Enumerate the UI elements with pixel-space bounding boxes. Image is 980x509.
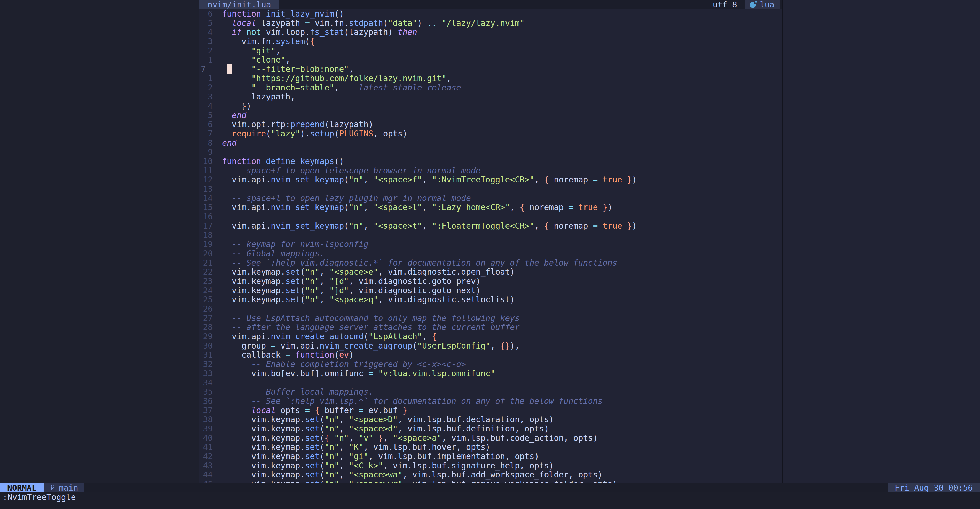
code-line[interactable]: 27 -- Use LspAttach autocommand to only … bbox=[199, 314, 782, 323]
code-line[interactable]: 29 vim.api.nvim_create_autocmd("LspAttac… bbox=[199, 332, 782, 341]
code-line[interactable]: 2 "--branch=stable", -- latest stable re… bbox=[199, 83, 782, 93]
syntax-fn: set bbox=[305, 461, 320, 470]
code-line[interactable]: 11 -- space+f to open telescope browser … bbox=[199, 166, 782, 176]
syntax-fn: define_keymaps bbox=[266, 156, 334, 166]
code-line[interactable]: 30 group = vim.api.nvim_create_augroup("… bbox=[199, 341, 782, 351]
syntax-fg: , vim.lsp.buf.code_action, opts) bbox=[442, 433, 598, 443]
code-area: 6function init_lazy_nvim()5 local lazypa… bbox=[199, 9, 782, 483]
code-line[interactable]: 10function define_keymaps() bbox=[199, 157, 782, 166]
syntax-fg: , bbox=[339, 442, 349, 452]
code-text: -- space+l to open lazy plugin mgr in no… bbox=[222, 194, 471, 203]
code-line[interactable]: 33 vim.bo[ev.buf].omnifunc = "v:lua.vim.… bbox=[199, 369, 782, 378]
code-line[interactable]: 37 local opts = { buffer = ev.buf } bbox=[199, 406, 782, 415]
code-text: -- Global mappings. bbox=[222, 249, 325, 258]
syntax-brc: { bbox=[325, 433, 334, 443]
code-line[interactable]: 28 -- after the language server attaches… bbox=[199, 323, 782, 332]
code-text: vim.api.nvim_create_autocmd("LspAttach",… bbox=[222, 332, 437, 341]
code-line[interactable]: 24 vim.keymap.set("n", "]d", vim.diagnos… bbox=[199, 286, 782, 295]
code-line[interactable]: 25 vim.keymap.set("n", "<space>q", vim.d… bbox=[199, 295, 782, 304]
syntax-fg bbox=[222, 193, 232, 203]
code-line[interactable]: 4 if not vim.loop.fs_stat(lazypath) then bbox=[199, 28, 782, 37]
code-line[interactable]: 15 vim.api.nvim_set_keymap("n", "<space>… bbox=[199, 203, 782, 212]
syntax-fg: , bbox=[446, 73, 451, 83]
code-line[interactable]: 12 vim.api.nvim_set_keymap("n", "<space>… bbox=[199, 175, 782, 185]
code-line[interactable]: 17 vim.api.nvim_set_keymap("n", "<space>… bbox=[199, 222, 782, 231]
code-text: vim.keymap.set({ "n", "v" }, "<space>a",… bbox=[222, 434, 598, 443]
syntax-fn: system bbox=[276, 37, 305, 46]
code-line[interactable]: 35 -- Buffer local mappings. bbox=[199, 387, 782, 397]
syntax-str: "[d" bbox=[329, 276, 349, 286]
code-line[interactable]: 40 vim.keymap.set({ "n", "v" }, "<space>… bbox=[199, 434, 782, 443]
syntax-fg bbox=[222, 286, 232, 295]
syntax-str: ":Lazy home<CR>" bbox=[432, 203, 510, 212]
code-line[interactable]: 6 vim.opt.rtp:prepend(lazypath) bbox=[199, 120, 782, 129]
syntax-com: -- keymap for nvim-lspconfig bbox=[232, 239, 368, 249]
code-line[interactable]: 26 bbox=[199, 304, 782, 314]
code-line[interactable]: 42 vim.keymap.set("n", "gi", vim.lsp.buf… bbox=[199, 452, 782, 461]
syntax-com: -- latest stable release bbox=[344, 83, 461, 92]
code-line[interactable]: 23 vim.keymap.set("n", "[d", vim.diagnos… bbox=[199, 277, 782, 286]
code-line[interactable]: 32 -- Enable completion triggered by <c-… bbox=[199, 360, 782, 369]
code-line[interactable]: 3 vim.fn.system({ bbox=[199, 37, 782, 46]
code-line[interactable]: 16 bbox=[199, 212, 782, 222]
code-line[interactable]: 43 vim.keymap.set("n", "<C-k>", vim.lsp.… bbox=[199, 461, 782, 471]
code-line[interactable]: 7 "--filter=blob:none", bbox=[199, 65, 782, 74]
line-number: 29 bbox=[199, 332, 213, 341]
code-line[interactable]: 41 vim.keymap.set("n", "K", vim.lsp.buf.… bbox=[199, 443, 782, 452]
code-line[interactable]: 22 vim.keymap.set("n", "<space>e", vim.d… bbox=[199, 267, 782, 277]
code-line[interactable]: 31 callback = function(ev) bbox=[199, 350, 782, 360]
syntax-fg: vim.keymap. bbox=[251, 470, 305, 479]
code-line[interactable]: 21 -- See `:help vim.diagnostic.*` for d… bbox=[199, 258, 782, 268]
code-text: -- Use LspAttach autocommand to only map… bbox=[222, 314, 520, 323]
line-number: 28 bbox=[199, 323, 213, 332]
code-line[interactable]: 19 -- keymap for nvim-lspconfig bbox=[199, 240, 782, 249]
code-text: -- after the language server attaches to… bbox=[222, 323, 520, 332]
syntax-fg: ( bbox=[300, 267, 305, 276]
syntax-brc: {} bbox=[500, 341, 510, 350]
code-line[interactable]: 5 local lazypath = vim.fn.stdpath("data"… bbox=[199, 19, 782, 28]
code-line[interactable]: 6function init_lazy_nvim() bbox=[199, 9, 782, 19]
syntax-par: ev bbox=[339, 350, 349, 359]
code-text: function define_keymaps() bbox=[222, 157, 344, 166]
code-line[interactable]: 1 "https://github.com/folke/lazy.nvim.gi… bbox=[199, 74, 782, 83]
code-line[interactable]: 3 lazypath, bbox=[199, 92, 782, 102]
code-line[interactable]: 13 bbox=[199, 185, 782, 194]
code-line[interactable]: 45 vim.keymap.set("n", "<space>wr", vim.… bbox=[199, 480, 782, 483]
line-number: 38 bbox=[199, 415, 213, 424]
syntax-fg: lazypath bbox=[261, 18, 305, 28]
syntax-fg bbox=[222, 175, 232, 184]
syntax-fg: , bbox=[349, 433, 359, 443]
syntax-fn: set bbox=[305, 470, 320, 479]
command-line[interactable]: :NvimTreeToggle bbox=[0, 493, 980, 502]
syntax-fg: vim.keymap. bbox=[251, 461, 305, 470]
code-line[interactable]: 18 bbox=[199, 231, 782, 240]
line-number: 10 bbox=[199, 157, 213, 166]
code-line[interactable]: 14 -- space+l to open lazy plugin mgr in… bbox=[199, 194, 782, 203]
line-number: 13 bbox=[199, 185, 213, 194]
terminal-background-right bbox=[783, 0, 980, 483]
syntax-fg: vim.keymap. bbox=[232, 295, 286, 304]
code-line[interactable]: 4 }) bbox=[199, 102, 782, 111]
filename-tab[interactable]: nvim/init.lua bbox=[199, 0, 279, 9]
syntax-fg: vim.keymap. bbox=[251, 415, 305, 424]
syntax-str: "n" bbox=[325, 452, 339, 461]
code-line[interactable]: 7 require("lazy").setup(PLUGINS, opts) bbox=[199, 129, 782, 139]
line-number: 19 bbox=[199, 240, 213, 249]
code-line[interactable]: 1 "clone", bbox=[199, 55, 782, 65]
code-line[interactable]: 44 vim.keymap.set("n", "<space>wa", vim.… bbox=[199, 470, 782, 480]
code-line[interactable]: 36 -- See `:help vim.lsp.*` for document… bbox=[199, 397, 782, 406]
syntax-fg bbox=[222, 221, 232, 230]
syntax-fg: ( bbox=[412, 341, 417, 350]
code-line[interactable]: 38 vim.keymap.set("n", "<space>D", vim.l… bbox=[199, 415, 782, 424]
git-branch-label: main bbox=[59, 483, 78, 493]
syntax-com: -- See `:help vim.diagnostic.*` for docu… bbox=[232, 258, 617, 267]
syntax-brc: } bbox=[622, 221, 632, 230]
code-line[interactable]: 5 end bbox=[199, 111, 782, 120]
code-line[interactable]: 2 "git", bbox=[199, 46, 782, 56]
code-line[interactable]: 39 vim.keymap.set("n", "<space>d", vim.l… bbox=[199, 424, 782, 434]
syntax-fg: vim.api. bbox=[232, 221, 271, 230]
code-line[interactable]: 8end bbox=[199, 139, 782, 148]
code-line[interactable]: 9 bbox=[199, 148, 782, 157]
code-line[interactable]: 20 -- Global mappings. bbox=[199, 249, 782, 258]
code-line[interactable]: 34 bbox=[199, 378, 782, 388]
